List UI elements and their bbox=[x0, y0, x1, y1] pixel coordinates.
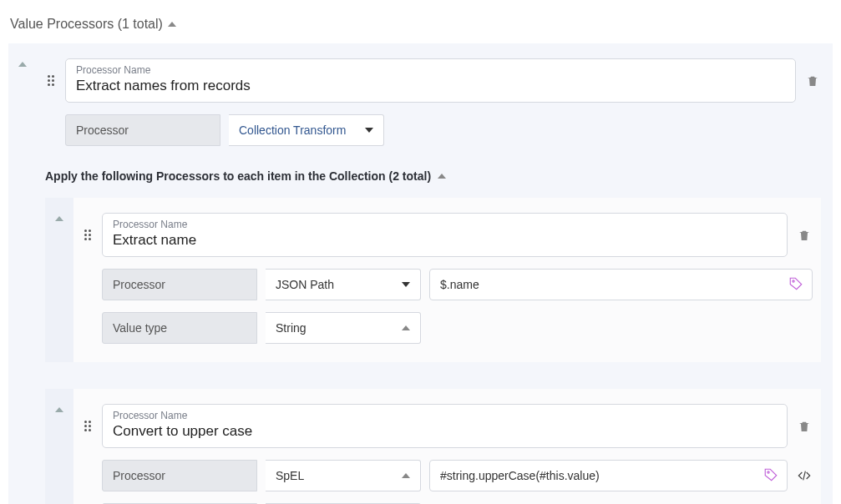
processor-name-value: Convert to upper case bbox=[113, 423, 777, 440]
processor-label: Processor bbox=[102, 460, 257, 491]
processor-type-row: Processor Collection Transform bbox=[65, 114, 821, 146]
processor-name-input[interactable]: Processor NameConvert to upper case bbox=[102, 404, 788, 448]
drag-icon bbox=[84, 229, 91, 240]
svg-point-0 bbox=[793, 280, 794, 281]
code-icon bbox=[796, 469, 813, 482]
drag-icon bbox=[84, 421, 91, 431]
processor-type-select[interactable]: SpEL bbox=[266, 460, 421, 491]
delete-button[interactable] bbox=[796, 404, 813, 448]
tag-icon bbox=[788, 276, 803, 291]
processor-name-value: Extract names from records bbox=[76, 78, 785, 94]
inner-heading-text: Apply the following Processors to each i… bbox=[45, 169, 431, 183]
collapse-strip[interactable] bbox=[45, 389, 73, 504]
trash-icon bbox=[806, 73, 819, 88]
drag-icon bbox=[48, 75, 54, 86]
name-row: Processor Name Extract names from record… bbox=[45, 58, 821, 103]
svg-point-1 bbox=[768, 471, 769, 472]
chevron-up-icon bbox=[402, 325, 410, 330]
processor-type-select[interactable]: JSON Path bbox=[266, 269, 421, 300]
collapse-strip[interactable] bbox=[8, 43, 37, 504]
chevron-down-icon bbox=[365, 128, 373, 133]
inner-processor-1: Processor NameConvert to upper caseProce… bbox=[45, 389, 821, 504]
processor-label: Processor bbox=[102, 269, 257, 300]
processor-name-input[interactable]: Processor NameExtract name bbox=[102, 213, 788, 257]
chevron-up-icon bbox=[438, 174, 446, 179]
collapse-icon bbox=[168, 22, 176, 27]
processor-type-value: SpEL bbox=[276, 469, 304, 482]
expression-input[interactable]: #string.upperCase(#this.value) bbox=[429, 460, 788, 491]
expression-value: $.name bbox=[440, 278, 479, 291]
processor-name-label: Processor Name bbox=[113, 219, 777, 230]
chevron-up-icon bbox=[402, 473, 410, 478]
processor-panel-0: Processor Name Extract names from record… bbox=[8, 43, 833, 504]
value-type-select[interactable]: String bbox=[266, 312, 421, 344]
processor-name-value: Extract name bbox=[113, 232, 777, 249]
processor-body: Processor Name Extract names from record… bbox=[37, 43, 833, 504]
chevron-down-icon bbox=[402, 282, 410, 287]
processor-name-label: Processor Name bbox=[113, 410, 777, 421]
value-type-value: String bbox=[276, 321, 307, 335]
inner-processor-0: Processor NameExtract nameProcessorJSON … bbox=[45, 198, 821, 362]
inner-processors-list: Processor NameExtract nameProcessorJSON … bbox=[45, 198, 821, 504]
tag-icon bbox=[763, 467, 778, 482]
tag-button[interactable] bbox=[763, 467, 778, 485]
delete-button[interactable] bbox=[796, 213, 813, 257]
inner-body: Processor NameExtract nameProcessorJSON … bbox=[73, 198, 821, 362]
drag-handle[interactable] bbox=[45, 58, 57, 103]
section-title-text: Value Processors (1 total) bbox=[10, 17, 163, 32]
value-type-row: Value typeString bbox=[102, 312, 813, 344]
name-row: Processor NameConvert to upper case bbox=[82, 404, 813, 448]
processor-type-value: JSON Path bbox=[276, 278, 334, 291]
value-type-label: Value type bbox=[102, 312, 257, 344]
trash-icon bbox=[798, 419, 811, 434]
processor-row: ProcessorSpEL#string.upperCase(#this.val… bbox=[102, 460, 813, 491]
processor-label: Processor bbox=[65, 114, 220, 146]
trash-icon bbox=[798, 228, 811, 243]
processor-type-value: Collection Transform bbox=[239, 123, 346, 137]
delete-button[interactable] bbox=[804, 58, 821, 103]
processor-name-label: Processor Name bbox=[76, 64, 785, 76]
expression-input[interactable]: $.name bbox=[429, 269, 813, 300]
section-title[interactable]: Value Processors (1 total) bbox=[10, 17, 833, 32]
chevron-up-icon bbox=[55, 407, 63, 412]
processor-name-input[interactable]: Processor Name Extract names from record… bbox=[65, 58, 796, 103]
drag-handle[interactable] bbox=[82, 404, 94, 448]
collapse-strip[interactable] bbox=[45, 198, 73, 362]
code-toggle-button[interactable] bbox=[796, 460, 813, 491]
processor-row: ProcessorJSON Path$.name bbox=[102, 269, 813, 300]
tag-button[interactable] bbox=[788, 276, 803, 294]
chevron-up-icon bbox=[55, 216, 63, 221]
inner-body: Processor NameConvert to upper caseProce… bbox=[73, 389, 821, 504]
processor-type-select[interactable]: Collection Transform bbox=[229, 114, 384, 146]
name-row: Processor NameExtract name bbox=[82, 213, 813, 257]
expression-value: #string.upperCase(#this.value) bbox=[440, 469, 600, 482]
drag-handle[interactable] bbox=[82, 213, 94, 257]
inner-processors-heading[interactable]: Apply the following Processors to each i… bbox=[45, 169, 821, 183]
chevron-up-icon bbox=[18, 62, 27, 67]
